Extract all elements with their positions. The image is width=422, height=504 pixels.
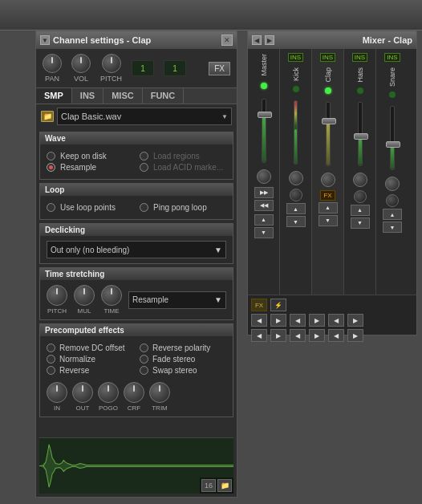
tab-func[interactable]: FUNC [143, 88, 185, 104]
mixer-bot-btn2[interactable]: ▶ [270, 329, 286, 342]
pan-knob[interactable] [43, 54, 62, 73]
mixer-yel-btn[interactable]: ⚡ [270, 299, 286, 311]
swap-stereo-checkbox[interactable] [140, 366, 148, 375]
keep-on-disk-radio[interactable] [47, 152, 55, 161]
ts-time-knob[interactable] [101, 285, 122, 306]
precomputed-section: Precomputed effects Remove DC offset Nor… [39, 323, 233, 417]
mixer-panel: ◀ ▶ Mixer - Clap Master ▶▶ ◀◀ [247, 30, 417, 335]
tab-ins[interactable]: INS [72, 88, 103, 104]
mixer-prev-btn[interactable]: ◀ [251, 314, 267, 327]
mixer-prev3-btn[interactable]: ◀ [328, 314, 344, 327]
hats-pan-knob[interactable] [353, 173, 367, 187]
snare-send-knob[interactable] [386, 194, 399, 207]
lcd-display-2[interactable]: 1 [164, 60, 186, 76]
use-loop-label: Use loop points [60, 203, 116, 212]
mixer-title: Mixer - Clap [363, 35, 412, 45]
hats-btn-up[interactable]: ▲ [351, 205, 370, 216]
load-acid-radio[interactable] [140, 163, 148, 172]
mixer-next2-btn[interactable]: ▶ [309, 314, 325, 327]
master-up-btn[interactable]: ▲ [254, 214, 274, 226]
fx-button[interactable]: FX [209, 62, 230, 75]
clap-pan-knob[interactable] [321, 173, 335, 187]
ts-time-group: TIME [101, 285, 122, 315]
tab-bar: SMP INS MISC FUNC [36, 87, 237, 104]
kick-btn-dn[interactable]: ▼ [286, 216, 306, 227]
declicking-header: Declicking [40, 224, 233, 236]
fade-stereo-checkbox[interactable] [140, 355, 148, 364]
mixer-prev2-btn[interactable]: ◀ [290, 314, 306, 327]
declicking-dropdown[interactable]: Out only (no bleeding) ▼ [47, 241, 226, 258]
precomputed-body: Remove DC offset Normalize Reverse [40, 336, 233, 417]
mixer-bot-btn4[interactable]: ▶ [309, 329, 325, 342]
pc-in-knob[interactable] [47, 382, 67, 403]
remove-dc-checkbox[interactable] [47, 343, 55, 352]
title-collapse-icon[interactable]: ▼ [40, 35, 50, 45]
waveform-display[interactable]: 16 📁 [39, 437, 233, 494]
kick-pan-knob[interactable] [289, 171, 303, 185]
pitch-knob-group: PITCH [100, 54, 122, 83]
hats-btn-dn[interactable]: ▼ [351, 217, 370, 229]
snare-fader-track [390, 106, 395, 170]
waveform-folder-button[interactable]: 📁 [217, 479, 232, 492]
hats-send-knob[interactable] [354, 190, 367, 203]
kick-btn-up[interactable]: ▲ [286, 203, 306, 214]
load-regions-radio[interactable] [140, 152, 148, 161]
use-loop-radio[interactable] [47, 203, 55, 212]
snare-btn-up[interactable]: ▲ [383, 209, 402, 220]
mixer-bot-btn1[interactable]: ◀ [251, 329, 267, 342]
master-pan-knob[interactable] [257, 169, 271, 184]
waveform-zoom-button[interactable]: 16 [201, 479, 216, 492]
pc-crf-knob[interactable] [124, 382, 144, 403]
master-mute-btn[interactable]: ▶▶ [254, 187, 274, 198]
ts-mode-value: Resample [132, 295, 168, 304]
vol-knob[interactable] [71, 54, 91, 73]
ts-mode-dropdown[interactable]: Resample ▼ [128, 291, 226, 309]
pc-pogo-knob[interactable] [98, 382, 119, 403]
file-dropdown[interactable]: Clap Basic.wav ▼ [57, 108, 232, 125]
snare-pan-knob[interactable] [385, 177, 400, 191]
snare-btn-dn[interactable]: ▼ [383, 222, 402, 233]
master-solo-btn[interactable]: ◀◀ [254, 200, 274, 211]
ts-pitch-knob[interactable] [47, 285, 67, 306]
swap-stereo-label: Swap stereo [152, 366, 197, 375]
mixer-collapse-icon[interactable]: ◀ [252, 35, 262, 45]
mixer-bot-btn5[interactable]: ◀ [328, 329, 344, 342]
mixer-next-btn[interactable]: ▶ [270, 314, 286, 327]
tab-smp[interactable]: SMP [36, 88, 72, 104]
clap-btn-up[interactable]: ▲ [319, 202, 338, 213]
loop-col-right: Ping pong loop [140, 201, 226, 214]
wave-section: Wave Keep on disk Resample [39, 132, 233, 180]
snare-fader-fill [391, 144, 394, 169]
normalize-checkbox[interactable] [47, 355, 55, 364]
pc-out-knob[interactable] [72, 382, 93, 403]
clap-fader-thumb[interactable] [322, 118, 336, 124]
pitch-knob[interactable] [102, 54, 121, 73]
clap-btn-dn[interactable]: ▼ [319, 215, 338, 226]
mixer-bot-btn6[interactable]: ▶ [347, 329, 363, 342]
folder-icon[interactable]: 📁 [41, 111, 54, 122]
tab-misc[interactable]: MISC [103, 88, 143, 104]
panel-content: Wave Keep on disk Resample [36, 128, 237, 437]
declicking-body: Out only (no bleeding) ▼ [40, 236, 233, 263]
pan-knob-group: PAN [43, 54, 62, 83]
resample-radio[interactable] [47, 163, 55, 172]
lcd-display-1[interactable]: 1 [132, 60, 154, 76]
mixer-fx-button[interactable]: FX [251, 299, 267, 311]
close-button[interactable]: ✕ [221, 35, 233, 46]
ts-mul-knob[interactable] [74, 285, 95, 306]
pc-pogo-label: POGO [99, 404, 118, 412]
hats-fader-thumb[interactable] [354, 133, 368, 140]
wave-section-body: Keep on disk Resample Load regions [40, 144, 233, 179]
pc-trim-knob[interactable] [149, 382, 170, 403]
mixer-expand-icon[interactable]: ▶ [265, 35, 274, 45]
snare-fader-thumb[interactable] [386, 141, 400, 148]
kick-send-knob[interactable] [290, 189, 302, 201]
mixer-next3-btn[interactable]: ▶ [347, 314, 363, 327]
master-down-btn[interactable]: ▼ [254, 227, 274, 238]
channel-settings-panel: ▼ Channel settings - Clap ✕ PAN VOL PITC… [35, 30, 237, 498]
reverse-checkbox[interactable] [47, 366, 55, 375]
reverse-polarity-checkbox[interactable] [140, 343, 148, 352]
ping-pong-radio[interactable] [140, 203, 148, 212]
master-fader-thumb[interactable] [258, 112, 272, 118]
mixer-bot-btn3[interactable]: ◀ [290, 329, 306, 342]
